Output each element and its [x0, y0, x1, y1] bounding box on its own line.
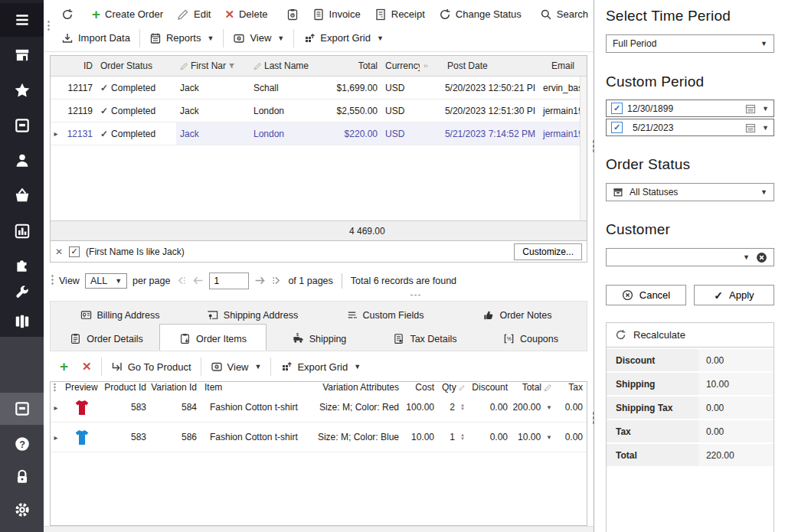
sidebar-item-favorites[interactable] [0, 75, 44, 106]
horizontal-scrollbar[interactable] [44, 526, 594, 532]
column-header-tax[interactable]: Tax [556, 382, 587, 393]
item-row[interactable]: ▸ 583 586 Fashion Cotton t-shirt Size: M… [51, 423, 587, 452]
tab-shipping[interactable]: $Shipping [267, 327, 372, 351]
cancel-button[interactable]: Cancel [606, 285, 686, 305]
chevron-down-icon[interactable]: ▼ [762, 105, 769, 113]
apply-button[interactable]: ✓ Apply [694, 285, 774, 305]
filter-expression[interactable]: (First Name Is like Jack) [86, 246, 185, 257]
pager-grip[interactable] [51, 274, 54, 286]
page-size-select[interactable]: ALL▼ [85, 273, 127, 289]
remove-item-button[interactable]: ✕ [75, 359, 99, 374]
sidebar-item-orders[interactable] [0, 110, 44, 141]
sidebar-item-tools[interactable] [0, 277, 44, 308]
clear-icon[interactable] [756, 252, 767, 263]
order-row[interactable]: 12119 ✓Completed Jack London $2,550.00 U… [51, 100, 587, 122]
items-export-grid-button[interactable]: Export Grid▼ [273, 358, 368, 375]
column-header-product-id[interactable]: Product Id [103, 382, 150, 393]
item-qty[interactable]: 1▲▼ [438, 432, 469, 442]
tab-order-details[interactable]: Order Details [54, 327, 159, 351]
sidebar-item-orders-active[interactable] [0, 393, 44, 425]
chevron-down-icon[interactable]: ▼ [743, 253, 750, 261]
import-data-button[interactable]: Import Data [54, 30, 137, 47]
search-button[interactable]: Search [533, 6, 595, 23]
customize-button[interactable]: Customize... [514, 243, 582, 260]
item-total[interactable]: 200.00▼ [512, 402, 556, 413]
customer-combo[interactable]: ▼ [606, 248, 774, 266]
change-status-button[interactable]: Change Status [432, 6, 528, 23]
date-from-checkbox[interactable]: ✓ [611, 103, 623, 114]
splitter-grip[interactable] [592, 139, 595, 153]
row-expander[interactable]: ▸ [51, 122, 61, 145]
reports-button[interactable]: Reports▼ [142, 30, 221, 47]
sidebar-item-help[interactable]: ? [0, 429, 44, 459]
date-to-picker[interactable]: ✓ 5/21/2023 ▼ [606, 119, 774, 136]
tab-coupons[interactable]: %Coupons [478, 327, 584, 351]
recalculate-button[interactable]: Recalculate [606, 322, 774, 348]
sidebar-item-plugins[interactable] [0, 250, 44, 280]
column-header-cost[interactable]: Cost [403, 382, 438, 393]
column-header-first-name[interactable]: First Nar [176, 60, 250, 71]
item-row[interactable]: ▸ 583 584 Fashion Cotton t-shirt Size: M… [51, 393, 587, 423]
refresh-button[interactable] [54, 6, 80, 23]
delete-button[interactable]: ✕Delete [218, 6, 274, 22]
column-header-order-status[interactable]: Order Status [96, 60, 176, 71]
splitter-grip[interactable] [592, 411, 595, 425]
sidebar-item-store[interactable] [0, 40, 44, 70]
row-expander[interactable]: ▸ [51, 403, 61, 412]
receipt-button[interactable]: Receipt [368, 6, 432, 23]
date-from-picker[interactable]: ✓ 12/30/1899 ▼ [606, 100, 774, 117]
tab-tax-details[interactable]: Tax Details [372, 327, 478, 351]
column-header-discount[interactable]: Discount [469, 382, 512, 393]
add-item-button[interactable]: + [53, 359, 75, 374]
tab-custom-fields[interactable]: Custom Fields [319, 303, 451, 327]
first-page-button[interactable] [175, 276, 187, 286]
prev-page-button[interactable] [192, 276, 204, 286]
column-header-email[interactable]: Email [539, 60, 587, 71]
sidebar-item-reports[interactable] [0, 216, 44, 246]
row-expander[interactable]: ▸ [51, 433, 61, 442]
column-header-variation-attributes[interactable]: Variation Attributes [309, 382, 403, 393]
toolbar-grip[interactable] [47, 20, 50, 32]
column-header-total[interactable]: Total [317, 60, 381, 71]
column-header-currency[interactable]: Currency [381, 60, 420, 71]
column-header-post-date[interactable]: Post Date [432, 60, 539, 71]
items-view-button[interactable]: View▼ [204, 358, 269, 375]
column-header-preview[interactable]: Preview [61, 382, 103, 393]
create-order-button[interactable]: +Create Order [85, 6, 170, 22]
last-page-button[interactable] [271, 276, 283, 286]
date-to-checkbox[interactable]: ✓ [611, 122, 623, 133]
order-row-selected[interactable]: ▸ 12131 ✓Completed Jack London $220.00 U… [51, 122, 587, 145]
order-row[interactable]: 12117 ✓Completed Jack Schall $1,699.00 U… [51, 77, 587, 100]
column-header-id[interactable]: ID [61, 60, 96, 71]
order-status-select[interactable]: All Statuses ▼ [606, 183, 774, 201]
page-number-input[interactable] [209, 273, 249, 289]
sidebar-item-lock[interactable] [0, 462, 44, 492]
column-header-last-name[interactable]: Last Name [250, 60, 317, 71]
next-page-button[interactable] [254, 276, 266, 286]
export-grid-button[interactable]: Export Grid▼ [296, 30, 391, 47]
chevron-down-icon[interactable]: ▼ [762, 124, 769, 132]
invoice-button[interactable]: Invoice [306, 6, 368, 23]
sidebar-item-settings[interactable] [0, 494, 44, 525]
time-period-select[interactable]: Full Period ▼ [606, 34, 774, 53]
column-header-item[interactable]: Item [201, 382, 309, 393]
column-header-qty[interactable]: Qty [438, 382, 469, 393]
sidebar-item-customers[interactable] [0, 145, 44, 176]
clear-filter-icon[interactable]: ✕ [55, 246, 63, 257]
sidebar-item-layout[interactable] [0, 306, 44, 337]
column-header-total[interactable]: Total [512, 382, 556, 393]
go-to-product-button[interactable]: Go To Product [104, 358, 198, 375]
item-qty[interactable]: 2▲▼ [438, 402, 469, 413]
item-total[interactable]: 10.00▼ [512, 432, 556, 442]
sidebar-item-products[interactable] [0, 181, 44, 211]
tab-order-items-active[interactable]: Order Items [159, 324, 267, 351]
horizontal-splitter-grip[interactable] [410, 294, 422, 297]
tab-order-notes[interactable]: Order Notes [451, 303, 584, 327]
menu-button[interactable] [0, 3, 44, 37]
sort-icon[interactable] [420, 62, 432, 70]
filter-checkbox[interactable]: ✓ [69, 246, 80, 257]
vertical-scrollbar[interactable] [580, 77, 587, 220]
column-header-variation-id[interactable]: Variation Id [150, 382, 201, 393]
view-button[interactable]: View▼ [226, 30, 291, 47]
preview-order-button[interactable] [280, 6, 306, 23]
